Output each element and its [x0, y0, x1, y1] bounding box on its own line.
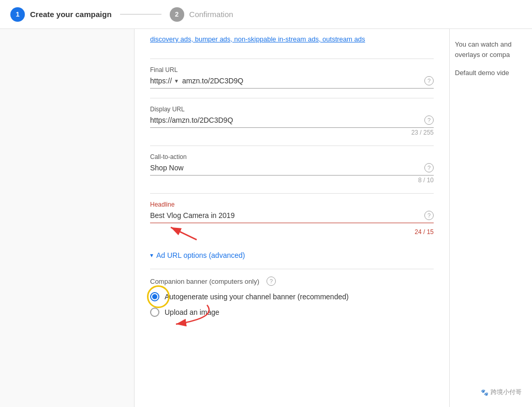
cta-input-row: ?	[150, 163, 434, 176]
headline-input-row: ?	[150, 210, 434, 223]
display-url-input[interactable]	[150, 115, 421, 125]
red-arrow-svg	[166, 223, 228, 242]
content-area: discovery ads, bumper ads, non-skippable…	[135, 29, 449, 407]
chevron-down-icon: ▾	[150, 252, 153, 259]
radio-upload[interactable]: Upload an image	[150, 308, 434, 317]
companion-banner-section: Companion banner (computers only) ? Auto…	[150, 277, 434, 317]
error-annotation: 24 / 15	[150, 223, 434, 242]
divider-3	[150, 193, 434, 194]
hint-text-link[interactable]: discovery ads, bumper ads, non-skippable…	[150, 29, 434, 51]
watermark: 🐾 跨境小付哥	[481, 388, 522, 397]
svg-line-1	[171, 227, 197, 240]
headline-section: Headline ? 24 / 15	[150, 201, 434, 242]
headline-char-count: 24 / 15	[415, 228, 434, 236]
display-url-section: Display URL ? 23 / 255	[150, 106, 434, 136]
divider-top	[150, 59, 434, 59]
final-url-input[interactable]	[182, 76, 421, 86]
watermark-icon: 🐾	[481, 389, 489, 396]
divider-4	[150, 269, 434, 269]
companion-help-icon[interactable]: ?	[267, 277, 276, 286]
step-1-label: Create your campaign	[30, 10, 112, 19]
main-layout: discovery ads, bumper ads, non-skippable…	[0, 29, 532, 407]
right-panel-text-3: Default demo vide	[455, 68, 527, 78]
divider-2	[150, 146, 434, 146]
step-1-circle: 1	[10, 7, 25, 22]
radio-upload-wrapper: Upload an image	[150, 308, 434, 317]
call-to-action-section: Call-to-action ? 8 / 10	[150, 153, 434, 184]
final-url-help-icon[interactable]: ?	[424, 76, 434, 85]
display-url-char-count: 23 / 255	[150, 129, 434, 136]
radio-upload-label: Upload an image	[165, 308, 219, 316]
right-panel-text-1: You can watch and	[455, 39, 527, 50]
ad-url-options-label: Ad URL options (advanced)	[156, 251, 245, 259]
radio-upload-btn[interactable]	[150, 308, 159, 317]
step-2-circle: 2	[170, 7, 184, 22]
step-2-label: Confirmation	[189, 10, 233, 19]
final-url-section: Final URL https:// ▼ ?	[150, 66, 434, 89]
step-connector	[120, 14, 161, 14]
step-1: 1 Create your campaign	[10, 7, 112, 22]
right-panel: You can watch and overlays or compa Defa…	[449, 29, 532, 407]
watermark-text: 跨境小付哥	[491, 388, 522, 397]
final-url-input-row: https:// ▼ ?	[150, 76, 434, 89]
headline-help-icon[interactable]: ?	[424, 211, 434, 220]
right-panel-text-2: overlays or compa	[455, 50, 527, 60]
display-url-label: Display URL	[150, 106, 434, 113]
headline-label: Headline	[150, 201, 434, 208]
left-sidebar	[0, 29, 135, 407]
ad-url-options[interactable]: ▾ Ad URL options (advanced)	[150, 251, 434, 259]
cta-help-icon[interactable]: ?	[424, 163, 434, 172]
radio-autogenerate-label: Autogenerate using your channel banner (…	[165, 293, 349, 301]
radio-autogenerate-btn[interactable]	[150, 292, 159, 301]
final-url-label: Final URL	[150, 66, 434, 74]
cta-char-count: 8 / 10	[150, 177, 434, 184]
headline-input[interactable]	[150, 210, 421, 221]
cta-input[interactable]	[150, 163, 421, 173]
step-2: 2 Confirmation	[170, 7, 233, 22]
dropdown-arrow-icon: ▼	[174, 78, 179, 84]
cta-label: Call-to-action	[150, 153, 434, 161]
display-url-input-row: ?	[150, 115, 434, 128]
url-prefix-dropdown[interactable]: https:// ▼	[150, 77, 179, 85]
companion-label-row: Companion banner (computers only) ?	[150, 277, 434, 286]
display-url-help-icon[interactable]: ?	[424, 115, 434, 125]
divider-1	[150, 98, 434, 98]
companion-banner-label: Companion banner (computers only)	[150, 278, 259, 285]
radio-autogenerate[interactable]: Autogenerate using your channel banner (…	[150, 292, 434, 301]
stepper-bar: 1 Create your campaign 2 Confirmation	[0, 0, 532, 29]
